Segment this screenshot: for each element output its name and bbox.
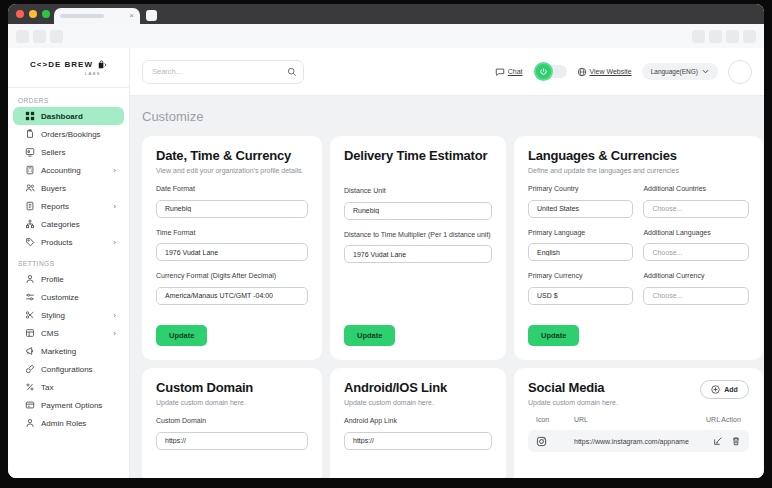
primary-currency-input[interactable] bbox=[528, 287, 633, 305]
tab-close-icon[interactable]: × bbox=[129, 12, 134, 20]
chevron-down-icon bbox=[702, 69, 709, 74]
custom-domain-input[interactable] bbox=[156, 432, 308, 450]
toolbar-button-placeholder[interactable] bbox=[709, 30, 722, 43]
sidebar-item-tax[interactable]: Tax bbox=[13, 378, 124, 396]
browser-window: × C<>DE BREW LABS bbox=[8, 4, 764, 478]
edit-icon[interactable] bbox=[713, 436, 723, 446]
logo-text: C<>DE BREW bbox=[30, 60, 93, 69]
card-subtitle: Define and update the languages and curr… bbox=[528, 167, 749, 174]
products-icon bbox=[25, 237, 35, 247]
date-format-input[interactable] bbox=[156, 200, 308, 218]
website-status-toggle[interactable] bbox=[537, 65, 567, 78]
sidebar-item-reports[interactable]: Reports › bbox=[13, 197, 124, 215]
distance-unit-field: Distance Unit bbox=[344, 187, 492, 220]
sellers-icon bbox=[25, 147, 35, 157]
card-title: Languages & Currencies bbox=[528, 148, 749, 163]
primary-country-input[interactable] bbox=[528, 200, 633, 218]
dashboard-icon bbox=[25, 111, 35, 121]
date-format-field: Date Format bbox=[156, 185, 308, 218]
primary-language-input[interactable] bbox=[528, 243, 633, 261]
language-dropdown[interactable]: Language(ENG) bbox=[642, 63, 718, 80]
back-button-placeholder[interactable] bbox=[16, 30, 29, 43]
window-close-button[interactable] bbox=[16, 10, 24, 18]
additional-countries-select[interactable] bbox=[643, 200, 748, 218]
admin-roles-icon bbox=[25, 418, 35, 428]
power-icon bbox=[539, 67, 548, 76]
card-title: Android/IOS Link bbox=[344, 380, 492, 395]
toggle-knob bbox=[534, 62, 553, 81]
app-header: Chat bbox=[130, 48, 764, 96]
column-header-icon: Icon bbox=[536, 416, 574, 423]
sidebar-item-payment-options[interactable]: Payment Options bbox=[13, 396, 124, 414]
sidebar-item-accounting[interactable]: Accounting › bbox=[13, 161, 124, 179]
customize-icon bbox=[25, 292, 35, 302]
toolbar-button-placeholder[interactable] bbox=[692, 30, 705, 43]
social-url: https://www.instagram.com/appname bbox=[574, 438, 689, 445]
window-minimize-button[interactable] bbox=[29, 10, 37, 18]
android-app-link-input[interactable] bbox=[344, 432, 492, 450]
forward-button-placeholder[interactable] bbox=[33, 30, 46, 43]
add-social-button[interactable]: Add bbox=[700, 380, 749, 399]
search-icon bbox=[287, 67, 297, 77]
reports-icon bbox=[25, 201, 35, 211]
sidebar-item-profile[interactable]: Profile bbox=[13, 270, 124, 288]
card-title: Date, Time & Currency bbox=[156, 148, 308, 163]
browser-tab[interactable]: × bbox=[54, 8, 140, 24]
card-social-media: Social Media Update custom domain here. … bbox=[514, 368, 763, 478]
distance-multiplier-input[interactable] bbox=[344, 245, 492, 263]
update-button[interactable]: Update bbox=[528, 325, 579, 346]
distance-unit-input[interactable] bbox=[344, 202, 492, 220]
card-subtitle: View and edit your organization's profil… bbox=[156, 167, 308, 174]
sidebar: C<>DE BREW LABS ORDERS Dashboard bbox=[8, 48, 130, 478]
view-website-link[interactable]: View Website bbox=[577, 67, 632, 77]
buyers-icon bbox=[25, 183, 35, 193]
distance-multiplier-field: Distance to Time Multiplier (Per 1 dista… bbox=[344, 231, 492, 264]
column-header-url-action: URL Action bbox=[689, 416, 741, 423]
update-button[interactable]: Update bbox=[344, 325, 395, 346]
card-date-time-currency: Date, Time & Currency View and edit your… bbox=[142, 136, 322, 360]
sidebar-item-admin-roles[interactable]: Admin Roles bbox=[13, 414, 124, 432]
time-format-input[interactable] bbox=[156, 243, 308, 261]
new-tab-button[interactable] bbox=[146, 10, 157, 21]
reload-button-placeholder[interactable] bbox=[50, 30, 63, 43]
update-button[interactable]: Update bbox=[156, 325, 207, 346]
sidebar-item-cms[interactable]: CMS › bbox=[13, 324, 124, 342]
custom-domain-field: Custom Domain bbox=[156, 417, 308, 450]
chat-link[interactable]: Chat bbox=[495, 67, 523, 77]
social-media-table: Icon URL URL Action https://www bbox=[528, 416, 749, 452]
sidebar-item-categories[interactable]: Categories bbox=[13, 215, 124, 233]
search-box bbox=[142, 60, 304, 84]
sidebar-item-dashboard[interactable]: Dashboard bbox=[13, 107, 124, 125]
app-logo: C<>DE BREW LABS bbox=[8, 48, 129, 88]
sidebar-item-styling[interactable]: Styling › bbox=[13, 306, 124, 324]
delete-icon[interactable] bbox=[731, 436, 741, 446]
chevron-right-icon: › bbox=[113, 166, 116, 175]
sidebar-item-customize[interactable]: Customize bbox=[13, 288, 124, 306]
sidebar-item-orders-bookings[interactable]: Orders/Bookings bbox=[13, 125, 124, 143]
cms-icon bbox=[25, 328, 35, 338]
sidebar-item-configurations[interactable]: Configurations bbox=[13, 360, 124, 378]
window-zoom-button[interactable] bbox=[42, 10, 50, 18]
toolbar-button-placeholder[interactable] bbox=[726, 30, 739, 43]
additional-languages-field: Additional Languages bbox=[643, 229, 748, 262]
configurations-icon bbox=[25, 364, 35, 374]
card-title: Social Media bbox=[528, 380, 618, 395]
toolbar-button-placeholder[interactable] bbox=[743, 30, 756, 43]
additional-countries-field: Additional Countries bbox=[643, 185, 748, 218]
sidebar-item-marketing[interactable]: Marketing bbox=[13, 342, 124, 360]
chevron-right-icon: › bbox=[113, 238, 116, 247]
tab-title-placeholder bbox=[60, 14, 104, 18]
currency-format-input[interactable] bbox=[156, 287, 308, 305]
content-area: Customize Date, Time & Currency View and… bbox=[130, 96, 764, 478]
card-title: Delivery Time Estimator bbox=[344, 148, 492, 163]
additional-currency-select[interactable] bbox=[643, 287, 748, 305]
search-input[interactable] bbox=[142, 60, 304, 84]
user-avatar[interactable] bbox=[728, 60, 752, 84]
card-languages-currencies: Languages & Currencies Define and update… bbox=[514, 136, 763, 360]
android-app-link-field: Android App Link bbox=[344, 417, 492, 450]
additional-languages-select[interactable] bbox=[643, 243, 748, 261]
sidebar-item-sellers[interactable]: Sellers bbox=[13, 143, 124, 161]
card-subtitle: Update custom domain here. bbox=[156, 399, 308, 406]
sidebar-item-products[interactable]: Products › bbox=[13, 233, 124, 251]
sidebar-item-buyers[interactable]: Buyers bbox=[13, 179, 124, 197]
